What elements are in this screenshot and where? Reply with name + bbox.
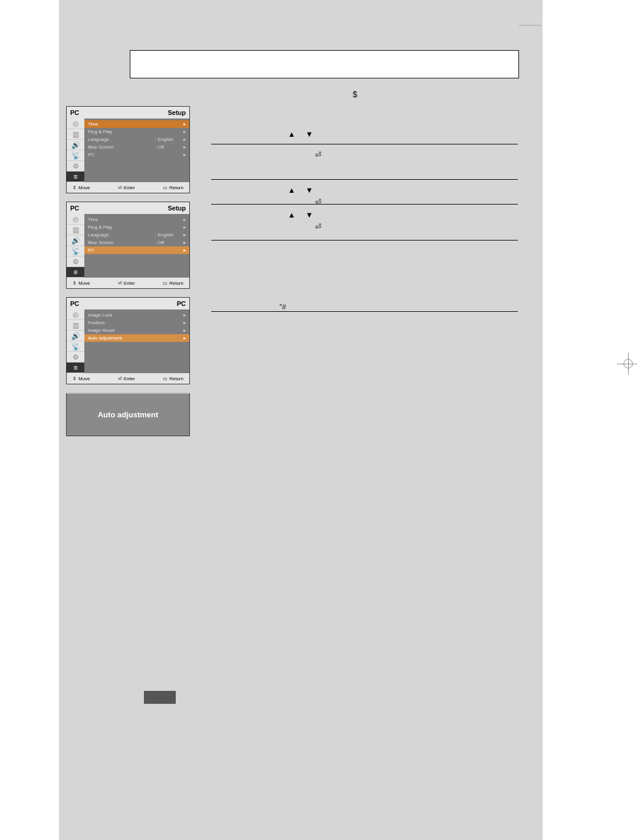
quote-hash-glyph: "#	[280, 302, 286, 313]
step-text: Press the ▲ or ▼ button to select PC. Pr…	[228, 210, 455, 219]
crop-mark-icon	[617, 353, 637, 375]
top-rule	[519, 25, 541, 26]
osd-icon-strip: ◎ ▥ 🔊 📡 ⚙ ≡	[67, 118, 84, 182]
osd-column: PC Setup ◎ ▥ 🔊 📡 ⚙ ≡ Time ▸ Plug & Play	[66, 106, 190, 436]
osd-icon-strip: ◎ ▥ 🔊 📡 ⚙ ≡	[67, 214, 84, 278]
preset-note: ➤ Preset to the PC mode by using the Sou…	[211, 87, 518, 98]
remote-icon: ◎	[67, 214, 84, 225]
setup-icon: ⚙	[67, 161, 84, 172]
step-number: 4	[211, 209, 215, 222]
enter-glyph-icon: ⏎	[315, 149, 321, 162]
chevron-right-icon: ▸	[180, 248, 186, 253]
step-2: 2 Press the ▲ or ▼ button to select Setu…	[211, 144, 518, 180]
chevron-right-icon: ▸	[180, 121, 186, 127]
pointer-arrow-icon: ➤	[211, 86, 221, 100]
step-5: 5 Press the ▲ or ▼ button to select Auto…	[211, 241, 518, 288]
osd-header-right: Setup	[168, 109, 186, 116]
enter-icon: ⏎	[118, 376, 122, 381]
note-text: The input signal ("#") is analysed to ma…	[230, 295, 446, 304]
osd-item-plug-play[interactable]: Plug & Play ▸	[84, 128, 189, 136]
sound-icon: 🔊	[67, 140, 84, 150]
osd-item-time[interactable]: Time ▸	[84, 216, 189, 223]
auto-adjustment-dialog: Auto adjustment	[66, 393, 190, 436]
picture-icon: ▥	[67, 320, 84, 331]
osd-panel-setup-2: PC Setup ◎ ▥ 🔊 📡 ⚙ ≡ Time ▸ Plug & Play	[66, 202, 190, 289]
osd-item-blue-screen[interactable]: Blue Screen : Off ▸	[84, 239, 189, 246]
picture-icon: ▥	[67, 225, 84, 235]
osd-item-pc[interactable]: PC ▸	[84, 151, 189, 159]
osd-header: PC Setup	[67, 107, 189, 118]
osd-item-image-reset[interactable]: Image Reset ▸	[84, 327, 189, 334]
chevron-right-icon: ▸	[180, 328, 186, 333]
chevron-right-icon: ▸	[180, 225, 186, 230]
updown-icon: ⇕	[73, 185, 77, 190]
osd-menu-list: Time ▸ Plug & Play ▸ Language : English …	[84, 214, 189, 278]
osd-header-left: PC	[70, 109, 79, 116]
equalizer-icon: ≡	[67, 172, 84, 182]
osd-item-image-lock[interactable]: Image Lock ▸	[84, 311, 189, 319]
picture-icon: ▥	[67, 129, 84, 140]
remote-icon: ◎	[67, 309, 84, 320]
updown-icon: ⇕	[73, 281, 77, 286]
step-4: 4 Press the ▲ or ▼ button to select PC. …	[211, 205, 518, 241]
equalizer-icon: ≡	[67, 267, 84, 278]
return-icon: ▭	[163, 376, 168, 381]
step-text: Press the MENU button.	[228, 114, 310, 123]
updown-icon: ⇕	[73, 376, 77, 381]
enter-glyph-icon: ⏎	[315, 221, 321, 233]
osd-panel-pc: PC PC ◎ ▥ 🔊 📡 ⚙ ≡ Image Lock ▸ Position	[66, 297, 190, 384]
osd-item-position[interactable]: Position ▸	[84, 319, 189, 327]
chevron-right-icon: ▸	[180, 232, 186, 238]
triangle-down-icon: ▼	[306, 209, 313, 222]
channel-icon: 📡	[67, 341, 84, 352]
chevron-right-icon: ▸	[180, 144, 186, 150]
step-text: Press the ▲ or ▼ button to select Auto a…	[228, 246, 500, 255]
osd-header: PC PC	[67, 298, 189, 309]
step-result: Result: The main menu is displayed.	[228, 127, 518, 139]
step-text: Press the ▲ or ▼ button to select Setup.	[228, 150, 367, 159]
chevron-right-icon: ▸	[180, 320, 186, 325]
osd-footer: ⇕Move ⏎Enter ▭Return	[67, 278, 189, 288]
return-icon: ▭	[163, 185, 168, 190]
osd-icon-strip: ◎ ▥ 🔊 📡 ⚙ ≡	[67, 309, 84, 373]
sound-icon: 🔊	[67, 331, 84, 341]
osd-item-blue-screen[interactable]: Blue Screen : Off ▸	[84, 143, 189, 151]
equalizer-icon: ≡	[67, 363, 84, 373]
remote-icon: ◎	[67, 118, 84, 129]
osd-menu-list: Image Lock ▸ Position ▸ Image Reset ▸ Au…	[84, 309, 189, 373]
chevron-right-icon: ▸	[180, 137, 186, 142]
source-button-glyph: $	[353, 90, 357, 99]
step-number: 2	[211, 149, 215, 162]
triangle-down-icon: ▼	[306, 185, 313, 197]
triangle-up-icon: ▲	[288, 129, 295, 141]
setup-icon: ⚙	[67, 352, 84, 363]
chevron-right-icon: ▸	[180, 217, 186, 222]
note-block: ! The input signal ("#") is analysed to …	[211, 288, 518, 312]
osd-item-language[interactable]: Language : English ▸	[84, 136, 189, 143]
osd-item-language[interactable]: Language : English ▸	[84, 231, 189, 239]
osd-item-pc[interactable]: PC ▸	[84, 246, 189, 254]
osd-footer: ⇕Move ⏎Enter ▭Return	[67, 373, 189, 384]
osd-item-plug-play[interactable]: Plug & Play ▸	[84, 223, 189, 231]
channel-icon: 📡	[67, 246, 84, 256]
step-number: 3	[211, 185, 215, 197]
steps-column: ➤ Preset to the PC mode by using the Sou…	[211, 87, 518, 312]
osd-item-auto-adjustment[interactable]: Auto adjustment ▸	[84, 334, 189, 342]
step-number: 1	[211, 113, 215, 126]
channel-icon: 📡	[67, 150, 84, 161]
step-number: 5	[211, 245, 215, 258]
enter-icon: ⏎	[118, 185, 122, 190]
step-1: 1 Press the MENU button. Result: The mai…	[211, 108, 518, 144]
chevron-right-icon: ▸	[180, 312, 186, 318]
triangle-down-icon: ▼	[306, 129, 313, 141]
enter-icon: ⏎	[118, 281, 122, 286]
step-result: Result: The options available in the Set…	[228, 162, 518, 174]
chevron-right-icon: ▸	[180, 152, 186, 157]
page-number-box	[144, 691, 176, 704]
chevron-right-icon: ▸	[180, 335, 186, 341]
osd-item-time[interactable]: Time ▸	[84, 120, 189, 128]
step-3: 3 Press the ENTER ( ) button. ▲ ▼ ⏎	[211, 180, 518, 205]
triangle-up-icon: ▲	[288, 185, 295, 197]
chevron-right-icon: ▸	[180, 129, 186, 134]
chevron-right-icon: ▸	[180, 240, 186, 245]
